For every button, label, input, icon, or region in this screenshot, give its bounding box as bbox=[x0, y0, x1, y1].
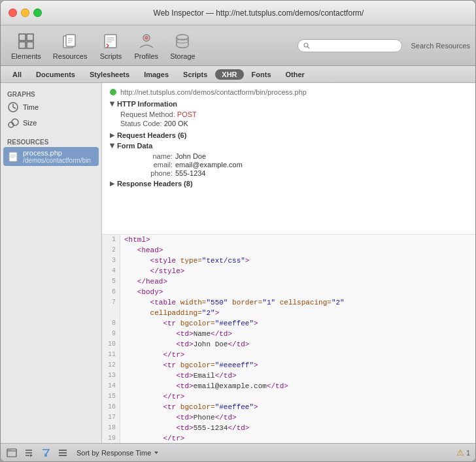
code-line: 17 <td>Phone</td> bbox=[102, 412, 475, 423]
right-panel: http://net.tutsplus.com/demos/contactfor… bbox=[102, 83, 475, 443]
sort-chevron-icon bbox=[153, 450, 160, 456]
svg-rect-9 bbox=[105, 35, 116, 48]
status-code-row: Status Code: 200 OK bbox=[120, 120, 468, 127]
form-data-header: ▶ Form Data bbox=[110, 142, 468, 150]
resources-icon bbox=[60, 31, 80, 52]
graphs-section-title: GRAPHS bbox=[1, 88, 101, 99]
size-icon bbox=[7, 117, 19, 129]
xhr-url: http://net.tutsplus.com/demos/contactfor… bbox=[120, 88, 307, 96]
web-inspector-window: Web Inspector — http://net.tutsplus.com/… bbox=[0, 0, 476, 462]
code-line: 15 </tr> bbox=[102, 391, 475, 402]
svg-marker-39 bbox=[154, 452, 158, 454]
form-name-value: John Doe bbox=[175, 152, 206, 160]
elements-label: Elements bbox=[11, 52, 41, 60]
sidebar-size-label: Size bbox=[23, 119, 37, 127]
code-line: 19 </tr> bbox=[102, 433, 475, 443]
sidebar-time[interactable]: Time bbox=[1, 99, 101, 115]
svg-rect-3 bbox=[27, 42, 33, 48]
console-icon[interactable] bbox=[6, 447, 18, 459]
http-info-title: HTTP Information bbox=[117, 100, 177, 108]
process-php-path: /demos/contactform/bin bbox=[23, 157, 91, 164]
code-line: 8 <tr bgcolor="#eeffee"> bbox=[102, 318, 475, 329]
tab-xhr[interactable]: XHR bbox=[215, 69, 243, 80]
form-data-phone-row: phone: 555-1234 bbox=[120, 169, 468, 177]
filter-bar: All Documents Stylesheets Images Scripts… bbox=[1, 66, 475, 83]
tab-all[interactable]: All bbox=[6, 69, 28, 80]
main-content: GRAPHS Time Size bbox=[1, 83, 475, 443]
tab-fonts[interactable]: Fonts bbox=[245, 69, 278, 80]
form-data-name-row: name: John Doe bbox=[120, 152, 468, 160]
svg-rect-37 bbox=[59, 452, 67, 454]
code-line: 10 <td>John Doe</td> bbox=[102, 339, 475, 350]
code-line: 7 <table width="550" border="1" cellspac… bbox=[102, 297, 475, 308]
svg-marker-35 bbox=[30, 454, 33, 457]
request-headers-header: ▶ Request Headers (6) bbox=[110, 131, 468, 139]
resources-section-title: RESOURCES bbox=[1, 136, 101, 147]
sidebar: GRAPHS Time Size bbox=[1, 83, 102, 443]
search-input[interactable] bbox=[312, 42, 396, 50]
sidebar-size[interactable]: Size bbox=[1, 115, 101, 131]
storage-icon bbox=[172, 31, 193, 52]
profiles-label: Profiles bbox=[134, 52, 158, 60]
toolbar-scripts[interactable]: Scripts bbox=[94, 28, 128, 63]
svg-rect-2 bbox=[19, 42, 26, 48]
code-line: 18 <td>555-1234</td> bbox=[102, 423, 475, 433]
search-resources-label: Search Resources bbox=[411, 42, 471, 50]
resources-label: Resources bbox=[53, 52, 88, 60]
storage-label: Storage bbox=[170, 52, 196, 60]
svg-rect-0 bbox=[19, 34, 26, 41]
code-line: 11 </tr> bbox=[102, 350, 475, 360]
svg-rect-36 bbox=[59, 450, 67, 451]
code-line: 3 <style type="text/css"> bbox=[102, 256, 475, 266]
sort-options[interactable]: Sort by Response Time bbox=[76, 449, 160, 457]
svg-rect-1 bbox=[27, 34, 33, 41]
response-headers-triangle: ▶ bbox=[110, 180, 114, 187]
list-icon[interactable] bbox=[57, 447, 69, 459]
toolbar-elements[interactable]: Elements bbox=[6, 28, 46, 63]
code-line: 13 <td>Email</td> bbox=[102, 371, 475, 381]
tab-documents[interactable]: Documents bbox=[29, 69, 82, 80]
code-line: 1<html> bbox=[102, 235, 475, 245]
toolbar-profiles[interactable]: Profiles bbox=[129, 28, 163, 63]
maximize-button[interactable] bbox=[33, 8, 42, 17]
code-line: 12 <tr bgcolor="#eeeeff"> bbox=[102, 360, 475, 371]
tab-images[interactable]: Images bbox=[137, 69, 175, 80]
form-data: name: John Doe email: email@example.com … bbox=[120, 152, 468, 177]
close-button[interactable] bbox=[8, 8, 17, 17]
form-data-email-row: email: email@example.com bbox=[120, 161, 468, 169]
status-dot bbox=[110, 89, 116, 95]
tab-stylesheets[interactable]: Stylesheets bbox=[83, 69, 136, 80]
sidebar-process-php[interactable]: process.php /demos/contactform/bin bbox=[3, 147, 99, 166]
svg-line-18 bbox=[307, 46, 309, 48]
minimize-button[interactable] bbox=[21, 8, 29, 17]
process-php-name: process.php bbox=[23, 149, 91, 157]
svg-rect-38 bbox=[59, 455, 67, 456]
code-line: 14 <td>email@example.com</td> bbox=[102, 381, 475, 391]
code-line: 16 <tr bgcolor="#eeffee"> bbox=[102, 402, 475, 412]
form-phone-label: phone: bbox=[120, 169, 173, 177]
form-email-label: email: bbox=[120, 161, 173, 169]
tab-scripts[interactable]: Scripts bbox=[177, 69, 214, 80]
tab-other[interactable]: Other bbox=[279, 69, 311, 80]
code-line: 2 <head> bbox=[102, 245, 475, 256]
toolbar-resources[interactable]: Resources bbox=[48, 28, 93, 63]
code-line: cellpadding="2"> bbox=[102, 308, 475, 318]
code-line: 6 <body> bbox=[102, 287, 475, 297]
window-title: Web Inspector — http://net.tutsplus.com/… bbox=[50, 8, 468, 18]
titlebar: Web Inspector — http://net.tutsplus.com/… bbox=[1, 1, 475, 25]
svg-point-30 bbox=[8, 449, 10, 450]
sidebar-time-label: Time bbox=[23, 103, 39, 111]
warning-icon: ⚠ bbox=[456, 448, 464, 457]
code-viewer: 1<html>2 <head>3 <style type="text/css">… bbox=[102, 234, 475, 443]
search-box[interactable] bbox=[298, 39, 402, 52]
code-line: 4 </style> bbox=[102, 266, 475, 276]
toolbar-storage[interactable]: Storage bbox=[165, 28, 201, 63]
step-icon[interactable] bbox=[23, 447, 35, 459]
warning-area: ⚠ 1 bbox=[456, 448, 470, 457]
filter-icon[interactable] bbox=[40, 447, 52, 459]
status-code-label: Status Code: bbox=[120, 120, 162, 127]
profiles-icon bbox=[136, 31, 157, 52]
response-headers-header: ▶ Response Headers (8) bbox=[110, 180, 468, 188]
window-controls bbox=[8, 8, 42, 17]
form-phone-value: 555-1234 bbox=[175, 169, 206, 177]
